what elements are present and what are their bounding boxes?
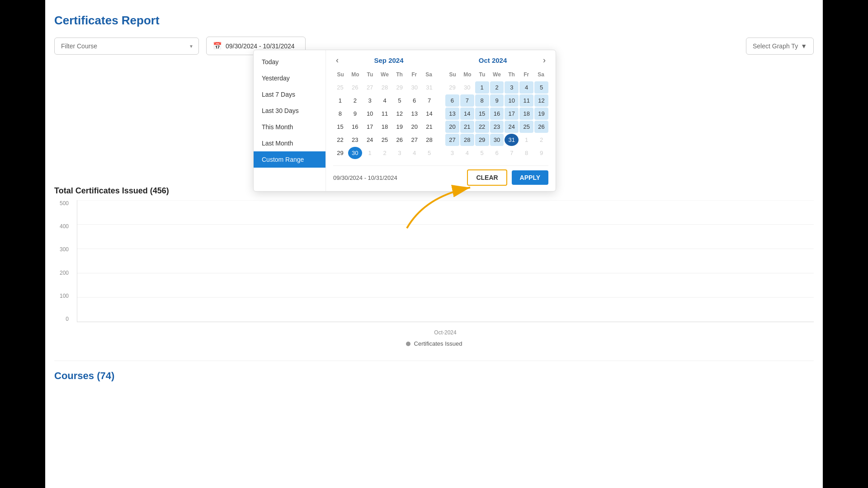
next-month-button[interactable]: › <box>540 56 548 65</box>
day-cell[interactable]: 17 <box>505 108 519 120</box>
day-cell[interactable]: 7 <box>505 147 519 159</box>
day-cell[interactable]: 4 <box>519 81 533 94</box>
day-cell[interactable]: 9 <box>534 147 548 159</box>
day-cell[interactable]: 29 <box>475 134 489 146</box>
day-cell[interactable]: 26 <box>348 81 362 94</box>
day-cell[interactable]: 28 <box>378 81 392 94</box>
day-cell[interactable]: 30 <box>490 134 504 146</box>
day-cell[interactable]: 2 <box>534 134 548 146</box>
day-cell[interactable]: 10 <box>363 108 377 120</box>
day-cell[interactable]: 17 <box>363 121 377 133</box>
day-cell[interactable]: 4 <box>407 147 421 159</box>
day-cell[interactable]: 9 <box>490 94 504 107</box>
day-cell-30-selected[interactable]: 30 <box>348 147 362 159</box>
day-cell[interactable]: 7 <box>460 94 474 107</box>
day-cell[interactable]: 4 <box>378 94 392 107</box>
day-cell[interactable]: 11 <box>519 94 533 107</box>
prev-month-button[interactable]: ‹ <box>333 56 341 65</box>
day-cell[interactable]: 21 <box>460 121 474 133</box>
range-option-today[interactable]: Today <box>254 54 326 70</box>
day-cell[interactable]: 31 <box>422 81 436 94</box>
day-cell[interactable]: 1 <box>333 94 347 107</box>
day-cell[interactable]: 12 <box>534 94 548 107</box>
day-cell[interactable]: 18 <box>378 121 392 133</box>
select-graph-button[interactable]: Select Graph Ty ▼ <box>746 38 814 55</box>
range-option-this-month[interactable]: This Month <box>254 119 326 135</box>
day-cell[interactable]: 13 <box>407 108 421 120</box>
day-cell[interactable]: 18 <box>519 108 533 120</box>
day-cell[interactable]: 3 <box>445 147 459 159</box>
day-cell[interactable]: 1 <box>519 134 533 146</box>
day-cell[interactable]: 5 <box>475 147 489 159</box>
day-cell[interactable]: 26 <box>534 121 548 133</box>
day-cell[interactable]: 28 <box>422 134 436 146</box>
day-cell[interactable]: 8 <box>333 108 347 120</box>
day-cell[interactable]: 27 <box>407 134 421 146</box>
day-cell[interactable]: 25 <box>519 121 533 133</box>
day-cell[interactable]: 3 <box>505 81 519 94</box>
range-option-yesterday[interactable]: Yesterday <box>254 70 326 86</box>
day-cell[interactable]: 20 <box>445 121 459 133</box>
day-cell[interactable]: 9 <box>348 108 362 120</box>
day-cell[interactable]: 20 <box>407 121 421 133</box>
day-cell[interactable]: 16 <box>348 121 362 133</box>
day-cell[interactable]: 3 <box>392 147 406 159</box>
filter-course-select[interactable]: Filter Course <box>54 38 199 55</box>
day-label-su: Su <box>333 70 348 80</box>
day-cell[interactable]: 5 <box>392 94 406 107</box>
day-cell[interactable]: 13 <box>445 108 459 120</box>
day-cell[interactable]: 19 <box>392 121 406 133</box>
oct-days-header: Su Mo Tu We Th Fr Sa <box>445 70 548 80</box>
clear-button[interactable]: CLEAR <box>467 169 507 186</box>
day-cell[interactable]: 1 <box>363 147 377 159</box>
day-cell[interactable]: 23 <box>348 134 362 146</box>
day-cell[interactable]: 2 <box>348 94 362 107</box>
day-cell[interactable]: 24 <box>505 121 519 133</box>
day-cell[interactable]: 1 <box>475 81 489 94</box>
day-cell[interactable]: 29 <box>445 81 459 94</box>
day-cell[interactable]: 28 <box>460 134 474 146</box>
day-cell[interactable]: 27 <box>445 134 459 146</box>
day-cell[interactable]: 25 <box>333 81 347 94</box>
day-cell[interactable]: 5 <box>422 147 436 159</box>
day-cell[interactable]: 15 <box>475 108 489 120</box>
day-cell[interactable]: 16 <box>490 108 504 120</box>
day-cell[interactable]: 14 <box>422 108 436 120</box>
day-cell[interactable]: 15 <box>333 121 347 133</box>
day-cell[interactable]: 8 <box>475 94 489 107</box>
day-cell[interactable]: 6 <box>490 147 504 159</box>
day-cell[interactable]: 12 <box>392 108 406 120</box>
day-cell[interactable]: 25 <box>378 134 392 146</box>
day-cell-31-selected[interactable]: 31 <box>505 134 519 146</box>
day-cell[interactable]: 27 <box>363 81 377 94</box>
day-cell[interactable]: 5 <box>534 81 548 94</box>
day-cell[interactable]: 6 <box>407 94 421 107</box>
range-option-last-month[interactable]: Last Month <box>254 135 326 151</box>
day-cell[interactable]: 8 <box>519 147 533 159</box>
day-cell[interactable]: 2 <box>378 147 392 159</box>
day-cell[interactable]: 29 <box>333 147 347 159</box>
range-option-last7[interactable]: Last 7 Days <box>254 86 326 103</box>
day-cell[interactable]: 4 <box>460 147 474 159</box>
day-cell[interactable]: 30 <box>407 81 421 94</box>
range-option-custom[interactable]: Custom Range <box>254 151 326 168</box>
day-cell[interactable]: 21 <box>422 121 436 133</box>
day-cell[interactable]: 7 <box>422 94 436 107</box>
range-option-last30[interactable]: Last 30 Days <box>254 103 326 119</box>
day-cell[interactable]: 26 <box>392 134 406 146</box>
day-cell[interactable]: 11 <box>378 108 392 120</box>
chart-plot <box>77 200 814 322</box>
day-cell[interactable]: 2 <box>490 81 504 94</box>
day-cell[interactable]: 14 <box>460 108 474 120</box>
day-cell[interactable]: 19 <box>534 108 548 120</box>
day-cell[interactable]: 29 <box>392 81 406 94</box>
day-cell[interactable]: 22 <box>475 121 489 133</box>
day-cell[interactable]: 24 <box>363 134 377 146</box>
apply-button[interactable]: APPLY <box>512 170 548 185</box>
day-cell[interactable]: 10 <box>505 94 519 107</box>
day-cell[interactable]: 30 <box>460 81 474 94</box>
day-cell[interactable]: 3 <box>363 94 377 107</box>
day-cell[interactable]: 6 <box>445 94 459 107</box>
day-cell[interactable]: 23 <box>490 121 504 133</box>
day-cell[interactable]: 22 <box>333 134 347 146</box>
